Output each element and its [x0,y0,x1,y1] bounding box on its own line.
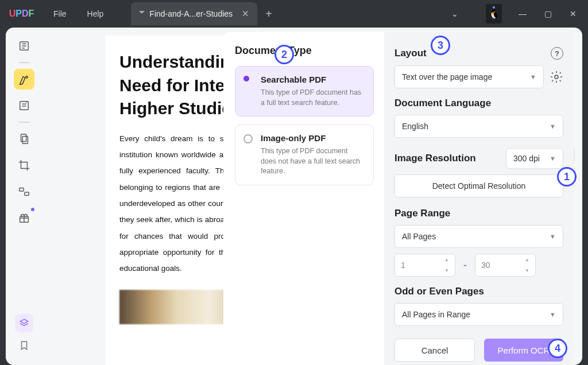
client-area: Understanding the Need for International… [6,28,582,365]
close-button[interactable]: ✕ [568,9,578,18]
callout-2: 2 [274,45,294,64]
document-tab[interactable]: Find-and-A...er-Studies ✕ [131,2,257,25]
chevron-down-icon[interactable]: ⌄ [451,9,458,18]
page-from-value: 1 [401,261,405,270]
option-searchable-pdf[interactable]: Searchable PDF This type of PDF document… [235,66,374,117]
option-image-only-pdf[interactable]: Image-only PDF This type of PDF document… [235,125,374,185]
option-desc: This type of PDF document has a full tex… [261,88,365,108]
svg-rect-3 [22,136,28,143]
separator [19,62,29,63]
radio-selected-icon [243,76,249,81]
tab-title: Find-and-A...er-Studies [149,9,233,18]
document-type-heading: Document Type [235,45,374,57]
resolution-label: Image Resolution [394,153,476,164]
left-toolbar [6,28,42,365]
layout-value: Text over the page image [402,72,492,81]
language-label: Document Language [394,98,563,109]
chevron-down-icon: ▼ [550,311,556,318]
tab-favicon [139,11,145,17]
chevron-down-icon: ▼ [550,155,556,162]
minimize-button[interactable]: — [518,9,527,18]
bookmark-icon[interactable] [19,339,29,355]
new-tab-button[interactable]: + [257,7,280,21]
page-from-input[interactable]: 1 ▲▼ [394,254,455,277]
spinner-icon[interactable]: ▲▼ [444,257,451,273]
callout-4: 4 [548,339,567,358]
page-range-value: All Pages [402,232,436,241]
spinner-icon[interactable]: ▲▼ [525,257,532,273]
page-range-select[interactable]: All Pages ▼ [394,225,563,248]
svg-rect-4 [20,188,24,192]
titlebar: UPDF File Help Find-and-A...er-Studies ✕… [0,0,588,28]
help-icon[interactable]: ? [551,47,563,60]
gift-icon[interactable] [14,208,34,228]
detect-optimal-button[interactable]: Detect Optimal Resolution [394,174,563,197]
document-viewport[interactable]: Understanding the Need for International… [42,28,550,365]
radio-unselected-icon [243,134,253,143]
language-value: English [402,122,428,131]
chevron-down-icon: ▼ [530,73,536,80]
range-dash: - [463,259,467,271]
annotate-tool-icon[interactable] [14,95,34,116]
ocr-settings-panel: Layout ? Text over the page image ▼ Docu… [384,32,574,365]
close-icon[interactable]: ✕ [242,9,249,19]
language-select[interactable]: English ▼ [394,115,563,138]
crop-tool-icon[interactable] [14,155,34,176]
cancel-button[interactable]: Cancel [394,339,475,362]
menu-help[interactable]: Help [77,9,114,18]
page-range-label: Page Range [394,208,563,219]
avatar[interactable]: 🐧 [486,4,502,24]
page-to-value: 30 [481,261,490,270]
svg-rect-2 [21,134,26,142]
odd-even-label: Odd or Even Pages [394,286,563,297]
maximize-button[interactable]: ▢ [543,9,552,18]
option-desc: This type of PDF document does not have … [261,146,365,177]
layout-label: Layout ? [394,47,563,60]
tabbar: Find-and-A...er-Studies ✕ + [131,0,280,28]
layout-select[interactable]: Text over the page image ▼ [394,65,544,88]
chevron-down-icon: ▼ [550,123,556,130]
odd-even-value: All Pages in Range [402,310,470,319]
svg-rect-1 [20,102,29,110]
gear-icon[interactable] [550,70,563,84]
option-title: Image-only PDF [261,133,365,143]
redact-tool-icon[interactable] [14,181,34,202]
separator [19,122,29,123]
callout-3: 3 [431,36,450,55]
page-to-input[interactable]: 30 ▲▼ [475,254,536,277]
callout-1: 1 [557,167,577,187]
resolution-select[interactable]: 300 dpi ▼ [506,148,563,169]
page-organize-icon[interactable] [14,129,34,149]
option-title: Searchable PDF [261,75,365,84]
app-logo: UPDF [0,9,43,19]
odd-even-select[interactable]: All Pages in Range ▼ [394,303,563,326]
reader-mode-icon[interactable] [14,36,34,56]
chevron-down-icon: ▼ [550,233,556,240]
menu-file[interactable]: File [43,9,77,18]
svg-point-7 [555,75,558,79]
document-type-panel: Document Type Searchable PDF This type o… [223,32,384,365]
highlight-tool-icon[interactable] [14,69,34,90]
layers-icon[interactable] [15,314,33,332]
resolution-value: 300 dpi [513,154,540,163]
svg-rect-5 [25,192,29,196]
